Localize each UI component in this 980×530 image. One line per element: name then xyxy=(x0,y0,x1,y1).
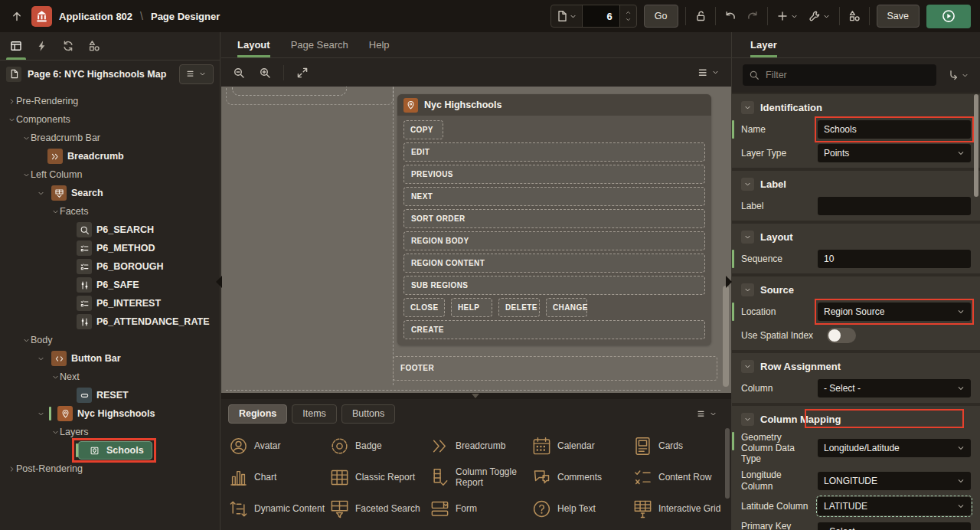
tree-item-breadcrumb-bar[interactable]: Breadcrumb Bar xyxy=(0,129,220,147)
chevron-down-icon[interactable] xyxy=(22,171,31,179)
chevron-down-icon[interactable] xyxy=(51,208,60,216)
tree-item-p6-search[interactable]: P6_SEARCH xyxy=(0,221,220,239)
chevron-down-icon[interactable] xyxy=(37,189,45,198)
gallery-item-classic-report[interactable]: Classic Report xyxy=(329,462,430,493)
collapse-section-button[interactable] xyxy=(741,231,754,244)
undo-button[interactable] xyxy=(723,8,738,24)
chevron-down-icon[interactable] xyxy=(37,355,45,363)
gallery-menu-button[interactable] xyxy=(690,404,724,424)
tree-item-p6-borough[interactable]: P6_BOROUGH xyxy=(0,257,220,276)
canvas-scrollbar-thumb[interactable] xyxy=(723,286,729,387)
gallery-item-chart[interactable]: Chart xyxy=(228,462,329,493)
collapse-section-button[interactable] xyxy=(741,360,754,373)
gallery-tab-buttons[interactable]: Buttons xyxy=(341,404,395,424)
navigate-up-button[interactable] xyxy=(9,8,24,24)
region-header[interactable]: Nyc Highschools xyxy=(397,94,711,116)
tree-item-next[interactable]: Next xyxy=(0,368,220,386)
shared-components-button[interactable] xyxy=(847,8,862,24)
splitter-collapse-down-icon[interactable] xyxy=(472,394,479,398)
slot-region-content[interactable]: REGION CONTENT xyxy=(403,254,705,273)
slot-copy[interactable]: COPY xyxy=(403,120,443,139)
tab-help[interactable]: Help xyxy=(369,32,390,57)
tree-item-schools[interactable]: Schools xyxy=(0,441,220,460)
filter-input[interactable] xyxy=(743,64,936,86)
region-nyc-highschools[interactable]: Nyc Highschools COPYEDITPREVIOUSNEXTSORT… xyxy=(397,94,711,345)
selected-tree-item[interactable]: Schools xyxy=(78,441,152,460)
chevron-down-icon[interactable] xyxy=(22,134,31,142)
gallery-item-badge[interactable]: Badge xyxy=(329,430,430,462)
tree-item-body[interactable]: Body xyxy=(0,331,220,349)
slot-create[interactable]: CREATE xyxy=(403,320,705,339)
gallery-item-comments[interactable]: Comments xyxy=(531,462,632,493)
collapse-section-button[interactable] xyxy=(741,283,754,296)
tree-item-p6-attendance-rate[interactable]: P6_ATTENDANCE_RATE xyxy=(0,312,220,331)
lock-page-button[interactable] xyxy=(693,8,708,24)
gallery-item-calendar[interactable]: Calendar xyxy=(531,430,632,462)
slot-edit[interactable]: EDIT xyxy=(403,142,705,162)
name-input[interactable] xyxy=(818,120,971,139)
redo-button[interactable] xyxy=(745,8,760,24)
gallery-item-partial[interactable] xyxy=(329,525,430,530)
gallery-item-faceted-search[interactable]: Faceted Search xyxy=(329,493,430,525)
chevron-right-icon[interactable] xyxy=(8,97,16,106)
tab-layout[interactable]: Layout xyxy=(237,32,270,57)
tree-item-p6-interest[interactable]: P6_INTEREST xyxy=(0,294,220,312)
gallery-item-column-toggle-report[interactable]: Column Toggle Report xyxy=(430,462,531,493)
gallery-tab-items[interactable]: Items xyxy=(292,404,337,424)
chevron-down-icon[interactable] xyxy=(51,373,60,381)
properties-scrollbar-thumb[interactable] xyxy=(974,94,978,197)
page-number-input[interactable] xyxy=(582,5,620,27)
collapse-section-button[interactable] xyxy=(741,413,754,426)
label-input[interactable] xyxy=(818,197,971,215)
horizontal-splitter[interactable] xyxy=(221,393,731,399)
sequence-input[interactable] xyxy=(818,250,971,268)
page-stepper[interactable] xyxy=(620,5,636,27)
chevron-down-icon[interactable] xyxy=(22,336,31,345)
tree-item-nyc-highschools[interactable]: Nyc Highschools xyxy=(0,404,220,423)
footer-slot[interactable]: FOOTER xyxy=(393,356,717,381)
tree-item-button-bar[interactable]: Button Bar xyxy=(0,349,220,368)
tab-dynamic-actions[interactable] xyxy=(29,32,55,60)
geometry-column-data-type-select[interactable]: Longitude/Latitude xyxy=(818,439,971,457)
collapse-right-panel-icon[interactable] xyxy=(726,276,732,288)
gallery-item-partial[interactable] xyxy=(228,525,329,530)
layout-menu-button[interactable] xyxy=(696,65,721,80)
tree-item-search[interactable]: Search xyxy=(0,184,220,202)
go-to-group-button[interactable] xyxy=(947,69,969,81)
gallery-item-content-row[interactable]: Content Row xyxy=(632,462,724,493)
use-spatial-index-toggle[interactable] xyxy=(827,328,856,343)
slot-previous[interactable]: PREVIOUS xyxy=(403,165,705,184)
tree-item-facets[interactable]: Facets xyxy=(0,202,220,221)
create-menu-button[interactable] xyxy=(775,8,800,24)
tree-menu-button[interactable] xyxy=(179,64,214,84)
tab-rendering[interactable] xyxy=(3,32,29,60)
run-page-button[interactable] xyxy=(926,5,971,28)
gallery-item-cards[interactable]: Cards xyxy=(632,430,724,462)
collapse-left-panel-icon[interactable] xyxy=(216,276,222,288)
gallery-item-help-text[interactable]: Help Text xyxy=(531,493,632,525)
slot-region-body[interactable]: REGION BODY xyxy=(403,231,705,250)
tree-item-left-column[interactable]: Left Column xyxy=(0,165,220,184)
tree-item-breadcrumb[interactable]: Breadcrumb xyxy=(0,147,220,165)
page-finder-button[interactable] xyxy=(551,5,582,27)
tree-item-p6-method[interactable]: P6_METHOD xyxy=(0,239,220,257)
latitude-column-select[interactable]: LATITUDE xyxy=(818,497,971,515)
zoom-out-button[interactable] xyxy=(231,65,247,80)
chevron-down-icon[interactable] xyxy=(8,116,16,124)
gallery-item-breadcrumb[interactable]: Breadcrumb xyxy=(430,430,531,462)
tree-item-p6-safe[interactable]: P6_SAFE xyxy=(0,276,220,294)
app-title[interactable]: Application 802 xyxy=(59,11,132,22)
slot-delete[interactable]: DELETE xyxy=(498,298,540,317)
location-select[interactable]: Region Source xyxy=(818,303,971,321)
gallery-tab-regions[interactable]: Regions xyxy=(228,404,287,424)
gallery-item-avatar[interactable]: Avatar xyxy=(228,430,329,462)
column-select[interactable]: - Select - xyxy=(818,379,971,398)
gallery-scrollbar-thumb[interactable] xyxy=(725,428,730,499)
slot-change[interactable]: CHANGE xyxy=(546,298,587,317)
save-button[interactable]: Save xyxy=(877,5,920,28)
collapse-section-button[interactable] xyxy=(741,101,754,114)
utilities-menu-button[interactable] xyxy=(807,8,832,24)
gallery-item-partial[interactable] xyxy=(430,525,531,530)
gallery-item-partial[interactable] xyxy=(531,525,632,530)
gallery-item-dynamic-content[interactable]: Dynamic Content xyxy=(228,493,329,525)
